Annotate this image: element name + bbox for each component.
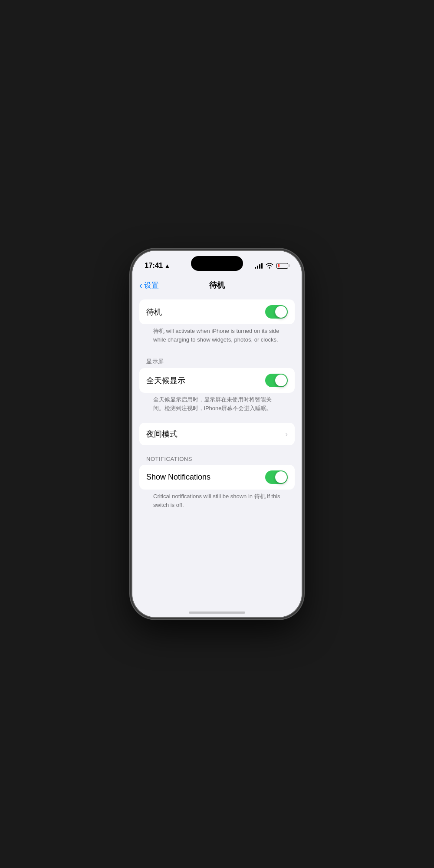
home-indicator [132, 602, 302, 617]
always-on-label: 全天候显示 [146, 375, 265, 386]
back-chevron-icon: ‹ [139, 281, 142, 289]
night-mode-section: 夜间模式 › [139, 423, 295, 445]
page-title: 待机 [209, 280, 224, 290]
phone-shell: 17:41 ▲ [132, 251, 302, 617]
standby-card: 待机 [139, 299, 295, 324]
battery-icon [276, 263, 289, 269]
screen: 17:41 ▲ [132, 251, 302, 617]
night-mode-label: 夜间模式 [146, 429, 285, 439]
home-bar [189, 612, 245, 614]
clock: 17:41 [145, 261, 163, 270]
night-mode-row[interactable]: 夜间模式 › [139, 423, 295, 445]
back-button[interactable]: ‹ 设置 [139, 280, 159, 290]
standby-toggle-thumb [275, 306, 287, 318]
notifications-card: Show Notifications [139, 465, 295, 490]
wifi-icon [266, 263, 273, 269]
display-card: 全天候显示 [139, 368, 295, 393]
location-icon: ▲ [164, 263, 170, 269]
dynamic-island [191, 256, 243, 271]
show-notifications-toggle-thumb [275, 471, 287, 483]
night-mode-chevron-icon: › [285, 430, 288, 439]
display-section: 全天候显示 全天候显示启用时，显示屏在未使用时将智能关闭。检测到注视时，iPho… [139, 368, 295, 419]
status-time: 17:41 ▲ [145, 261, 170, 270]
always-on-description: 全天候显示启用时，显示屏在未使用时将智能关闭。检测到注视时，iPhone屏幕不会… [139, 393, 295, 419]
standby-section: 待机 待机 will activate when iPhone is turne… [139, 299, 295, 351]
standby-label: 待机 [146, 307, 265, 317]
notifications-section: Show Notifications Critical notification… [139, 465, 295, 516]
standby-row: 待机 [139, 299, 295, 324]
back-label: 设置 [144, 280, 159, 290]
show-notifications-label: Show Notifications [146, 473, 265, 482]
display-section-label: 显示屏 [139, 358, 295, 368]
show-notifications-row: Show Notifications [139, 465, 295, 490]
notifications-section-label: NOTIFICATIONS [139, 456, 295, 465]
status-bar: 17:41 ▲ [132, 251, 302, 274]
always-on-toggle[interactable] [265, 374, 288, 387]
scroll-content[interactable]: 待机 待机 will activate when iPhone is turne… [132, 296, 302, 602]
notifications-description: Critical notifications will still be sho… [139, 490, 295, 516]
standby-toggle[interactable] [265, 305, 288, 319]
show-notifications-toggle[interactable] [265, 470, 288, 484]
always-on-toggle-thumb [275, 375, 287, 386]
standby-description: 待机 will activate when iPhone is turned o… [139, 324, 295, 351]
always-on-row: 全天候显示 [139, 368, 295, 393]
status-icons [255, 263, 289, 269]
night-mode-card: 夜间模式 › [139, 423, 295, 445]
signal-icon [255, 263, 263, 269]
nav-bar: ‹ 设置 待机 [132, 274, 302, 296]
